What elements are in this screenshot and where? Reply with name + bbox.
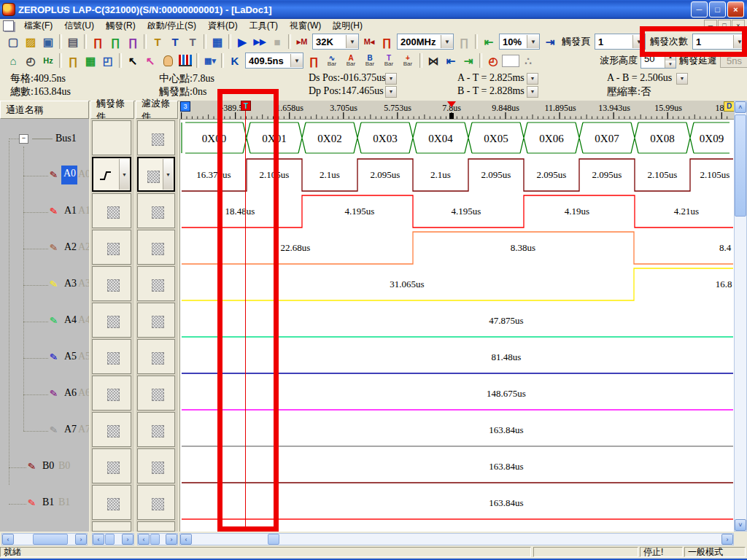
trigger-mark-button[interactable]: T bbox=[184, 34, 201, 50]
vscroll-thumb[interactable] bbox=[735, 114, 746, 217]
goto-trigger-page-button[interactable]: ⇥ bbox=[541, 34, 559, 50]
vscroll-down-arrow-icon[interactable]: ˅ bbox=[735, 519, 746, 531]
save-file-button[interactable]: ▣ bbox=[39, 34, 57, 50]
cell-dropdown-icon[interactable]: ▼ bbox=[163, 159, 173, 190]
bar-button-3[interactable]: TBar bbox=[379, 52, 398, 69]
zoom-cursor-button[interactable]: ↖ bbox=[142, 52, 159, 69]
bar-button-1[interactable]: ABar bbox=[341, 52, 360, 69]
b-t-value-dropdown-icon[interactable]: ▼ bbox=[527, 86, 538, 98]
zoom-to-trigger-button[interactable]: ⇤ bbox=[480, 34, 498, 50]
filter-cell-6[interactable] bbox=[137, 339, 175, 374]
frequency-button[interactable]: Hz bbox=[39, 52, 57, 69]
sample-depth-combo[interactable]: 32K▼ bbox=[312, 34, 359, 50]
trigger-column-scrollbar-left-arrow-icon[interactable]: ‹ bbox=[93, 534, 104, 545]
next-edge-button[interactable]: ⇥ bbox=[460, 52, 477, 69]
pattern-trigger-button[interactable]: T bbox=[166, 34, 184, 50]
close-button[interactable]: × bbox=[727, 1, 744, 18]
trigger-cell-8[interactable] bbox=[92, 412, 131, 447]
signal-filter-button[interactable]: ∏ bbox=[107, 34, 124, 50]
minimize-button[interactable]: ─ bbox=[691, 1, 708, 18]
waveform-horizontal-scrollbar-right-arrow-icon[interactable]: › bbox=[721, 534, 733, 545]
channel-label[interactable]: B0 bbox=[42, 460, 54, 472]
combo-dropdown-icon[interactable]: ▼ bbox=[290, 54, 303, 67]
selected-channel-highlight[interactable]: A0 bbox=[61, 166, 77, 184]
filter-cell-11[interactable] bbox=[137, 521, 175, 532]
goto-trigger-m-right-button[interactable]: M◂ bbox=[360, 34, 378, 50]
next-transition-button[interactable]: ∏ bbox=[305, 52, 322, 69]
hand-pan-button[interactable] bbox=[159, 52, 177, 69]
cell-dropdown-icon[interactable]: ▼ bbox=[119, 159, 129, 190]
a-t-value-dropdown-icon[interactable]: ▼ bbox=[527, 73, 538, 85]
channel-panel-scrollbar-thumb[interactable] bbox=[33, 534, 68, 545]
sample-frequency-combo[interactable]: 200MHz▼ bbox=[397, 34, 454, 50]
channel-panel-scrollbar-right-arrow-icon[interactable]: › bbox=[75, 534, 87, 545]
menu-item-5[interactable]: 工具(T) bbox=[244, 19, 284, 33]
menu-item-3[interactable]: 啟動/停止(S) bbox=[142, 19, 202, 33]
a-b-value-dropdown-icon[interactable]: ▼ bbox=[676, 73, 688, 85]
channel-panel-scrollbar-left-arrow-icon[interactable]: ‹ bbox=[2, 534, 14, 545]
trigger-cell-3[interactable] bbox=[92, 230, 131, 265]
filter-cell-1[interactable]: ▼ bbox=[137, 157, 175, 192]
filter-column-scrollbar-thumb[interactable] bbox=[150, 534, 160, 545]
node-button[interactable]: ∴ bbox=[519, 52, 537, 69]
trigger-cell-1[interactable]: ▼ bbox=[92, 157, 131, 192]
bar-button-0[interactable]: ∿Bar bbox=[322, 52, 341, 69]
menu-item-2[interactable]: 觸發(R) bbox=[100, 19, 142, 33]
trigger-cell-11[interactable] bbox=[92, 521, 131, 532]
channel-label[interactable]: A2 bbox=[64, 241, 77, 253]
pulse-disabled-button[interactable]: ∏ bbox=[455, 34, 473, 50]
select-cursor-button[interactable]: ↖ bbox=[124, 52, 142, 69]
vertical-scrollbar[interactable]: ˄˅ bbox=[734, 101, 747, 532]
trigger-cell-6[interactable] bbox=[92, 339, 131, 374]
sampling-setup-button[interactable]: ∏ bbox=[89, 34, 107, 50]
trigger-cell-2[interactable] bbox=[92, 193, 131, 228]
channel-label[interactable]: A4 bbox=[64, 314, 77, 326]
stop-button[interactable]: ■ bbox=[268, 34, 286, 50]
trigger-cell-10[interactable] bbox=[92, 485, 131, 520]
prev-edge-button[interactable]: ⇤ bbox=[442, 52, 460, 69]
ds-pos-value-dropdown-icon[interactable]: ▼ bbox=[385, 73, 397, 85]
menu-item-4[interactable]: 資料(D) bbox=[202, 19, 244, 33]
menu-item-0[interactable]: 檔案(F) bbox=[18, 19, 58, 33]
prev-transition-button[interactable]: K bbox=[226, 52, 244, 69]
run-button[interactable]: ▶ bbox=[233, 34, 251, 50]
module-settings-button[interactable]: ▦ bbox=[209, 34, 226, 50]
restore-button[interactable]: □ bbox=[709, 1, 726, 18]
trigger-cell-0[interactable] bbox=[92, 120, 131, 155]
channel-label[interactable]: B1 bbox=[42, 497, 54, 508]
channel-panel-scrollbar[interactable]: ‹› bbox=[1, 533, 88, 545]
sample-pulse-button[interactable]: ∏ bbox=[378, 34, 395, 50]
filter-cell-10[interactable] bbox=[137, 485, 175, 520]
menu-item-7[interactable]: 說明(H) bbox=[327, 19, 368, 33]
channel-label[interactable]: A5 bbox=[64, 351, 77, 362]
time-division-combo[interactable]: 409.5ns▼ bbox=[245, 52, 303, 69]
filter-cell-7[interactable] bbox=[137, 376, 175, 411]
waveform-horizontal-scrollbar-thumb[interactable] bbox=[268, 534, 279, 545]
trigger-cell-7[interactable] bbox=[92, 376, 131, 411]
clock-settings-button[interactable]: ◴ bbox=[22, 52, 39, 69]
filter-cell-8[interactable] bbox=[137, 412, 175, 447]
navigator-window-button[interactable]: ◰ bbox=[99, 52, 117, 69]
waveform-window-button[interactable]: ∏ bbox=[64, 52, 82, 69]
combo-dropdown-icon[interactable]: ▼ bbox=[346, 35, 358, 48]
new-file-button[interactable]: ▢ bbox=[4, 34, 22, 50]
filter-cell-5[interactable] bbox=[137, 303, 175, 338]
trigger-cell-4[interactable] bbox=[92, 266, 131, 301]
goto-trigger-m-left-button[interactable]: ▸M bbox=[293, 34, 311, 50]
home-button[interactable]: ⌂ bbox=[4, 52, 22, 69]
statistics-button[interactable] bbox=[177, 52, 194, 69]
pulse-width-button[interactable]: ∏ bbox=[124, 34, 142, 50]
filter-column-scrollbar-left-arrow-icon[interactable]: ‹ bbox=[138, 534, 150, 545]
bar-button-4[interactable]: +Bar bbox=[398, 52, 417, 69]
waveform-horizontal-scrollbar-left-arrow-icon[interactable]: ‹ bbox=[180, 534, 192, 545]
trigger-cell-9[interactable] bbox=[92, 448, 131, 483]
find-button[interactable]: ⋈ bbox=[425, 52, 442, 69]
channel-label[interactable]: A6 bbox=[64, 387, 77, 399]
filter-column-scrollbar-right-arrow-icon[interactable]: › bbox=[166, 534, 177, 545]
bar-button-2[interactable]: BBar bbox=[360, 52, 379, 69]
bus-collapse-toggle[interactable]: − bbox=[19, 134, 28, 144]
menu-item-6[interactable]: 視窗(W) bbox=[284, 19, 327, 33]
trigger-column-scrollbar[interactable]: ‹› bbox=[92, 533, 134, 545]
bar-trigger-button[interactable]: T bbox=[149, 34, 166, 50]
display-ratio-combo[interactable]: 10%▼ bbox=[499, 34, 540, 50]
